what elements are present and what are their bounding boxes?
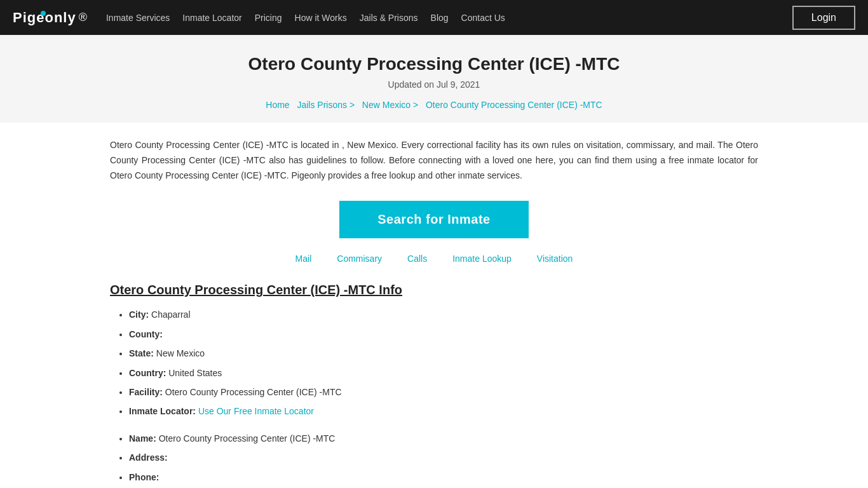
field-label: City: [129,309,149,320]
service-tabs: Mail Commisary Calls Inmate Lookup Visit… [110,254,758,264]
list-item: Inmate Locator: Use Our Free Inmate Loca… [129,404,758,418]
breadcrumb-jails[interactable]: Jails Prisons > [297,100,355,110]
nav-blog[interactable]: Blog [431,13,449,23]
list-item: Country: United States [129,366,758,380]
field-value: New Mexico [156,348,205,358]
breadcrumb-sep1 [291,100,296,110]
breadcrumb: Home Jails Prisons > New Mexico > Otero … [13,100,855,110]
field-value: Otero County Processing Center (ICE) -MT… [165,387,342,397]
search-button-wrapper: Search for Inmate [110,201,758,238]
nav-jails-prisons[interactable]: Jails & Prisons [360,13,418,23]
page-title: Otero County Processing Center (ICE) -MT… [13,54,855,74]
breadcrumb-sep3 [419,100,424,110]
tab-calls[interactable]: Calls [407,254,427,264]
search-inmate-button[interactable]: Search for Inmate [339,201,528,238]
nav-pricing[interactable]: Pricing [255,13,282,23]
main-content: Otero County Processing Center (ICE) -MT… [85,123,783,488]
field-value: Chaparral [151,309,190,320]
field-label: Facility: [129,387,163,397]
field-label: Inmate Locator: [129,406,196,416]
breadcrumb-home[interactable]: Home [266,100,289,110]
updated-date: Updated on Jul 9, 2021 [13,79,855,90]
login-button[interactable]: Login [792,6,855,30]
nav-links: Inmate Services Inmate Locator Pricing H… [106,13,792,23]
list-item: Name: Otero County Processing Center (IC… [129,431,758,445]
list-item: State: New Mexico [129,346,758,360]
field-value: United States [168,368,222,378]
hero-section: Otero County Processing Center (ICE) -MT… [0,35,868,123]
nav-inmate-locator[interactable]: Inmate Locator [182,13,241,23]
logo-text: Pigeonly [13,10,76,26]
list-item: City: Chaparral [129,308,758,322]
tab-visitation[interactable]: Visitation [537,254,573,264]
info-list: City: Chaparral County: State: New Mexic… [110,308,758,418]
list-item: County: [129,327,758,341]
info-section-title: Otero County Processing Center (ICE) -MT… [110,283,758,297]
breadcrumb-state[interactable]: New Mexico > [362,100,418,110]
list-item: Address: [129,451,758,464]
nav-inmate-services[interactable]: Inmate Services [106,13,170,23]
nav-how-it-works[interactable]: How it Works [295,13,347,23]
nav-contact-us[interactable]: Contact Us [461,13,505,23]
breadcrumb-sep2 [356,100,361,110]
field-label: Country: [129,368,166,378]
field-label: Phone: [129,472,159,482]
tab-inmate-lookup[interactable]: Inmate Lookup [452,254,512,264]
navigation: Pigeonly ® Inmate Services Inmate Locato… [0,0,868,35]
logo[interactable]: Pigeonly ® [13,10,87,26]
field-label: County: [129,329,163,339]
tab-mail[interactable]: Mail [295,254,312,264]
list-item: Phone: [129,470,758,484]
info-list-2: Name: Otero County Processing Center (IC… [110,431,758,484]
inmate-locator-link[interactable]: Use Our Free Inmate Locator [198,406,314,416]
field-label: State: [129,348,154,358]
logo-trademark: ® [79,11,87,24]
tab-commisary[interactable]: Commisary [337,254,382,264]
list-item: Facility: Otero County Processing Center… [129,385,758,399]
facility-description: Otero County Processing Center (ICE) -MT… [110,138,758,183]
breadcrumb-current: Otero County Processing Center (ICE) -MT… [426,100,602,110]
field-label: Address: [129,452,168,463]
field-value: Otero County Processing Center (ICE) -MT… [159,433,336,444]
field-label: Name: [129,433,156,444]
